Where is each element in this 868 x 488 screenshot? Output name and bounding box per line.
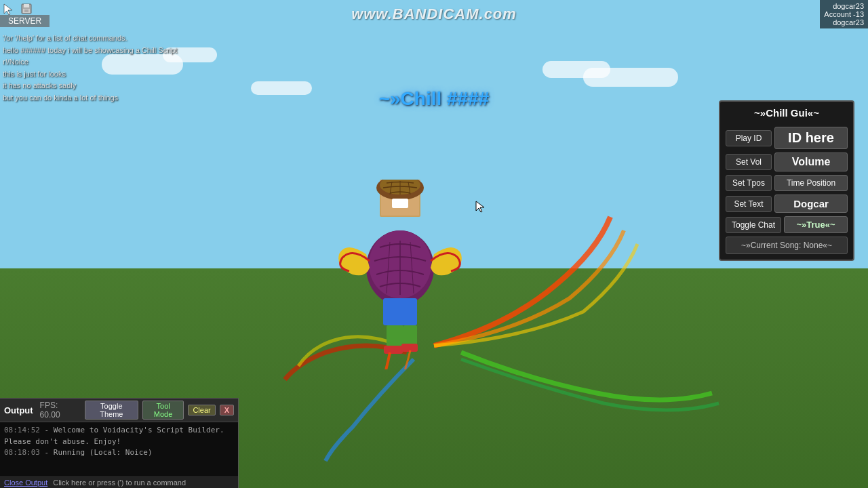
output-text-1: - Running (Local: Noice) xyxy=(45,448,153,457)
set-text-row: Set Text Dogcar xyxy=(726,195,848,213)
save-icon xyxy=(20,3,33,15)
set-text-label[interactable]: Set Text xyxy=(726,196,772,212)
chill-gui-panel: ~»Chill Gui«~ Play ID ID here Set Vol Vo… xyxy=(719,100,854,261)
set-vol-row: Set Vol Volume xyxy=(726,152,848,171)
output-footer: Close Output Click here or press (') to … xyxy=(0,476,238,488)
svg-marker-12 xyxy=(4,4,12,15)
output-panel: Output FPS: 60.00 Toggle Theme Tool Mode… xyxy=(0,398,239,488)
top-icons-bar xyxy=(3,3,33,15)
clear-button[interactable]: Clear xyxy=(188,405,215,415)
account-info: Account -13 xyxy=(824,10,864,18)
cloud-5 xyxy=(251,81,312,95)
play-id-value[interactable]: ID here xyxy=(774,127,848,149)
chat-line-2: r!/Noice xyxy=(3,56,177,68)
play-id-label[interactable]: Play ID xyxy=(726,130,772,146)
set-tpos-label[interactable]: Set Tpos xyxy=(726,175,772,191)
close-output-button[interactable]: Close Output xyxy=(4,479,47,487)
bandicam-watermark: www.BANDICAM.com xyxy=(351,5,517,23)
output-toolbar: Output FPS: 60.00 Toggle Theme Tool Mode… xyxy=(0,399,238,422)
output-line-1: 08:18:03 - Running (Local: Noice) xyxy=(4,447,234,459)
cloud-4 xyxy=(583,68,678,87)
set-text-value[interactable]: Dogcar xyxy=(774,195,848,213)
chat-area: '/or '/help' for a list of chat commands… xyxy=(3,33,177,104)
chill-gui-title: ~»Chill Gui«~ xyxy=(726,107,848,121)
output-content: 08:14:52 - Welcome to Voidacity's Script… xyxy=(0,422,238,476)
svg-rect-14 xyxy=(24,4,29,7)
user-info-panel: dogcar23 Account -13 dogcar23 xyxy=(820,0,868,28)
chat-line-0: '/or '/help' for a list of chat commands… xyxy=(3,33,177,45)
chat-line-3: this is just for looks xyxy=(3,68,177,81)
cursor-icon xyxy=(3,3,15,15)
float-title: ~»Chill #### xyxy=(379,88,490,110)
set-vol-value[interactable]: Volume xyxy=(774,152,848,171)
timestamp-0: 08:14:52 xyxy=(4,426,40,434)
timestamp-1: 08:18:03 xyxy=(4,448,40,457)
user-display-name: dogcar23 xyxy=(824,18,864,26)
toggle-chat-row: Toggle Chat ~»True«~ xyxy=(726,216,848,233)
set-tpos-row: Set Tpos Time Position xyxy=(726,175,848,191)
set-vol-label[interactable]: Set Vol xyxy=(726,154,772,170)
toggle-chat-value[interactable]: ~»True«~ xyxy=(784,216,848,233)
toggle-chat-label[interactable]: Toggle Chat xyxy=(726,217,781,233)
chat-line-1: hello ###### today i will be showcasing … xyxy=(3,45,177,57)
set-tpos-value[interactable]: Time Position xyxy=(774,175,848,191)
toggle-theme-button[interactable]: Toggle Theme xyxy=(85,401,138,420)
tool-mode-button[interactable]: Tool Mode xyxy=(142,401,184,420)
run-hint-text: Click here or press (') to run a command xyxy=(53,479,186,487)
play-id-row: Play ID ID here xyxy=(726,127,848,149)
current-song-footer: ~»Current Song: None«~ xyxy=(726,237,848,254)
output-line-0: 08:14:52 - Welcome to Voidacity's Script… xyxy=(4,425,234,447)
username-display: dogcar23 xyxy=(824,2,864,10)
chat-line-5: but you can do kinda a lot of things xyxy=(3,92,177,104)
fps-display: FPS: 60.00 xyxy=(40,401,78,420)
svg-rect-16 xyxy=(24,9,28,12)
server-label: SERVER xyxy=(0,15,50,27)
chat-line-4: it has no attacks sadly xyxy=(3,80,177,92)
close-x-button[interactable]: X xyxy=(220,405,234,415)
output-label: Output xyxy=(4,405,33,415)
